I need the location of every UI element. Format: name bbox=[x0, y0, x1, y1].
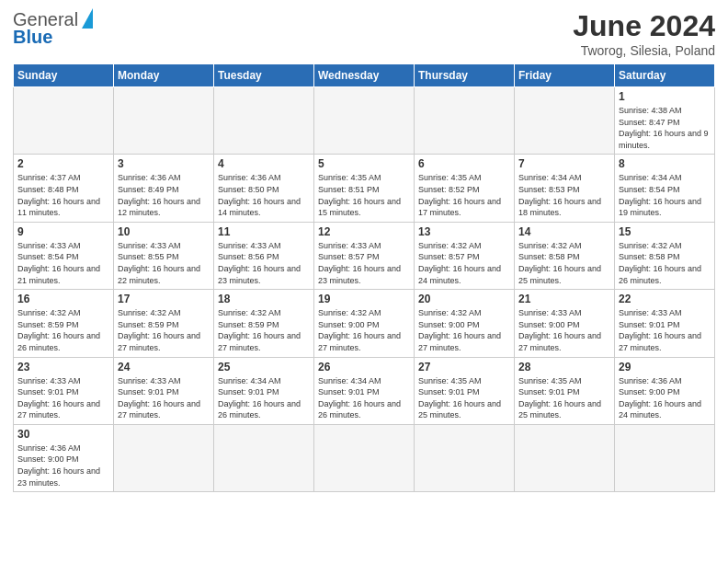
day-number: 2 bbox=[17, 157, 109, 170]
calendar-cell: 10Sunrise: 4:33 AM Sunset: 8:55 PM Dayli… bbox=[114, 222, 214, 289]
day-number: 20 bbox=[418, 293, 510, 305]
day-info: Sunrise: 4:34 AM Sunset: 8:54 PM Dayligh… bbox=[619, 172, 711, 218]
day-info: Sunrise: 4:35 AM Sunset: 8:51 PM Dayligh… bbox=[318, 172, 410, 218]
day-number: 17 bbox=[118, 293, 210, 305]
calendar-cell: 28Sunrise: 4:35 AM Sunset: 9:01 PM Dayli… bbox=[515, 357, 615, 424]
day-number: 27 bbox=[418, 361, 510, 373]
col-header-sunday: Sunday bbox=[14, 64, 114, 87]
calendar-cell: 26Sunrise: 4:34 AM Sunset: 9:01 PM Dayli… bbox=[314, 357, 415, 424]
calendar-week-6: 30Sunrise: 4:36 AM Sunset: 9:00 PM Dayli… bbox=[14, 424, 715, 491]
calendar-cell: 30Sunrise: 4:36 AM Sunset: 9:00 PM Dayli… bbox=[14, 424, 114, 491]
day-info: Sunrise: 4:34 AM Sunset: 9:01 PM Dayligh… bbox=[318, 375, 410, 421]
day-number: 9 bbox=[17, 225, 109, 238]
calendar-table: SundayMondayTuesdayWednesdayThursdayFrid… bbox=[13, 63, 715, 492]
logo-area: General Blue bbox=[13, 9, 93, 48]
calendar-week-2: 2Sunrise: 4:37 AM Sunset: 8:48 PM Daylig… bbox=[14, 155, 715, 222]
logo-blue: Blue bbox=[13, 27, 52, 48]
calendar-cell bbox=[415, 424, 515, 491]
calendar-cell: 15Sunrise: 4:32 AM Sunset: 8:58 PM Dayli… bbox=[615, 222, 715, 289]
calendar-cell: 13Sunrise: 4:32 AM Sunset: 8:57 PM Dayli… bbox=[415, 222, 515, 289]
calendar-cell bbox=[314, 424, 415, 491]
day-info: Sunrise: 4:32 AM Sunset: 8:58 PM Dayligh… bbox=[619, 240, 711, 286]
calendar-cell bbox=[314, 87, 415, 155]
day-number: 4 bbox=[218, 157, 310, 170]
day-info: Sunrise: 4:35 AM Sunset: 9:01 PM Dayligh… bbox=[518, 375, 610, 421]
day-info: Sunrise: 4:36 AM Sunset: 9:00 PM Dayligh… bbox=[619, 375, 711, 421]
location-title: Tworog, Silesia, Poland bbox=[573, 43, 715, 58]
day-info: Sunrise: 4:36 AM Sunset: 9:00 PM Dayligh… bbox=[17, 442, 109, 488]
calendar-week-1: 1Sunrise: 4:38 AM Sunset: 8:47 PM Daylig… bbox=[14, 87, 715, 155]
day-number: 21 bbox=[518, 293, 610, 305]
day-info: Sunrise: 4:35 AM Sunset: 8:52 PM Dayligh… bbox=[418, 172, 510, 218]
calendar-cell: 21Sunrise: 4:33 AM Sunset: 9:00 PM Dayli… bbox=[515, 290, 615, 357]
day-number: 1 bbox=[619, 90, 711, 103]
day-info: Sunrise: 4:32 AM Sunset: 8:58 PM Dayligh… bbox=[518, 240, 610, 286]
title-area: June 2024 Tworog, Silesia, Poland bbox=[573, 9, 715, 58]
day-number: 19 bbox=[318, 293, 410, 305]
day-number: 6 bbox=[418, 157, 510, 170]
day-number: 5 bbox=[318, 157, 410, 170]
calendar-cell: 12Sunrise: 4:33 AM Sunset: 8:57 PM Dayli… bbox=[314, 222, 415, 289]
calendar-cell: 27Sunrise: 4:35 AM Sunset: 9:01 PM Dayli… bbox=[415, 357, 515, 424]
calendar-header-row: SundayMondayTuesdayWednesdayThursdayFrid… bbox=[14, 64, 715, 87]
day-info: Sunrise: 4:32 AM Sunset: 8:59 PM Dayligh… bbox=[17, 307, 109, 353]
day-info: Sunrise: 4:32 AM Sunset: 8:57 PM Dayligh… bbox=[418, 240, 510, 286]
calendar-cell: 5Sunrise: 4:35 AM Sunset: 8:51 PM Daylig… bbox=[314, 155, 415, 222]
day-info: Sunrise: 4:36 AM Sunset: 8:50 PM Dayligh… bbox=[218, 172, 310, 218]
day-number: 12 bbox=[318, 225, 410, 238]
day-info: Sunrise: 4:34 AM Sunset: 8:53 PM Dayligh… bbox=[518, 172, 610, 218]
header: General Blue June 2024 Tworog, Silesia, … bbox=[13, 9, 715, 58]
day-number: 29 bbox=[619, 361, 711, 373]
day-info: Sunrise: 4:33 AM Sunset: 8:56 PM Dayligh… bbox=[218, 240, 310, 286]
day-number: 23 bbox=[17, 361, 109, 373]
day-number: 22 bbox=[619, 293, 711, 305]
logo-triangle-icon bbox=[82, 8, 93, 29]
col-header-saturday: Saturday bbox=[615, 64, 715, 87]
col-header-monday: Monday bbox=[114, 64, 214, 87]
calendar-cell: 18Sunrise: 4:32 AM Sunset: 8:59 PM Dayli… bbox=[214, 290, 314, 357]
day-info: Sunrise: 4:33 AM Sunset: 9:01 PM Dayligh… bbox=[619, 307, 711, 353]
calendar-cell: 25Sunrise: 4:34 AM Sunset: 9:01 PM Dayli… bbox=[214, 357, 314, 424]
calendar-cell: 20Sunrise: 4:32 AM Sunset: 9:00 PM Dayli… bbox=[415, 290, 515, 357]
calendar-week-5: 23Sunrise: 4:33 AM Sunset: 9:01 PM Dayli… bbox=[14, 357, 715, 424]
day-info: Sunrise: 4:35 AM Sunset: 9:01 PM Dayligh… bbox=[418, 375, 510, 421]
col-header-wednesday: Wednesday bbox=[314, 64, 415, 87]
calendar-cell bbox=[214, 87, 314, 155]
day-info: Sunrise: 4:33 AM Sunset: 8:54 PM Dayligh… bbox=[17, 240, 109, 286]
day-number: 18 bbox=[218, 293, 310, 305]
day-info: Sunrise: 4:32 AM Sunset: 9:00 PM Dayligh… bbox=[418, 307, 510, 353]
day-info: Sunrise: 4:38 AM Sunset: 8:47 PM Dayligh… bbox=[619, 105, 711, 151]
day-info: Sunrise: 4:33 AM Sunset: 9:01 PM Dayligh… bbox=[17, 375, 109, 421]
calendar-cell: 1Sunrise: 4:38 AM Sunset: 8:47 PM Daylig… bbox=[615, 87, 715, 155]
calendar-cell bbox=[214, 424, 314, 491]
day-number: 30 bbox=[17, 428, 109, 441]
calendar-cell: 4Sunrise: 4:36 AM Sunset: 8:50 PM Daylig… bbox=[214, 155, 314, 222]
calendar-cell: 11Sunrise: 4:33 AM Sunset: 8:56 PM Dayli… bbox=[214, 222, 314, 289]
calendar-body: 1Sunrise: 4:38 AM Sunset: 8:47 PM Daylig… bbox=[14, 87, 715, 492]
day-number: 14 bbox=[518, 225, 610, 238]
calendar-cell: 8Sunrise: 4:34 AM Sunset: 8:54 PM Daylig… bbox=[615, 155, 715, 222]
calendar-cell: 3Sunrise: 4:36 AM Sunset: 8:49 PM Daylig… bbox=[114, 155, 214, 222]
day-number: 26 bbox=[318, 361, 410, 373]
calendar-cell bbox=[114, 424, 214, 491]
day-number: 11 bbox=[218, 225, 310, 238]
day-number: 28 bbox=[518, 361, 610, 373]
calendar-week-3: 9Sunrise: 4:33 AM Sunset: 8:54 PM Daylig… bbox=[14, 222, 715, 289]
calendar-cell: 17Sunrise: 4:32 AM Sunset: 8:59 PM Dayli… bbox=[114, 290, 214, 357]
day-info: Sunrise: 4:32 AM Sunset: 8:59 PM Dayligh… bbox=[118, 307, 210, 353]
day-number: 3 bbox=[118, 157, 210, 170]
day-number: 15 bbox=[619, 225, 711, 238]
calendar-cell bbox=[415, 87, 515, 155]
day-info: Sunrise: 4:34 AM Sunset: 9:01 PM Dayligh… bbox=[218, 375, 310, 421]
calendar-cell: 7Sunrise: 4:34 AM Sunset: 8:53 PM Daylig… bbox=[515, 155, 615, 222]
calendar-cell: 9Sunrise: 4:33 AM Sunset: 8:54 PM Daylig… bbox=[14, 222, 114, 289]
calendar-cell: 16Sunrise: 4:32 AM Sunset: 8:59 PM Dayli… bbox=[14, 290, 114, 357]
day-number: 10 bbox=[118, 225, 210, 238]
calendar-cell: 22Sunrise: 4:33 AM Sunset: 9:01 PM Dayli… bbox=[615, 290, 715, 357]
month-title: June 2024 bbox=[573, 9, 715, 43]
day-number: 16 bbox=[17, 293, 109, 305]
day-info: Sunrise: 4:36 AM Sunset: 8:49 PM Dayligh… bbox=[118, 172, 210, 218]
day-number: 25 bbox=[218, 361, 310, 373]
day-number: 7 bbox=[518, 157, 610, 170]
day-number: 24 bbox=[118, 361, 210, 373]
